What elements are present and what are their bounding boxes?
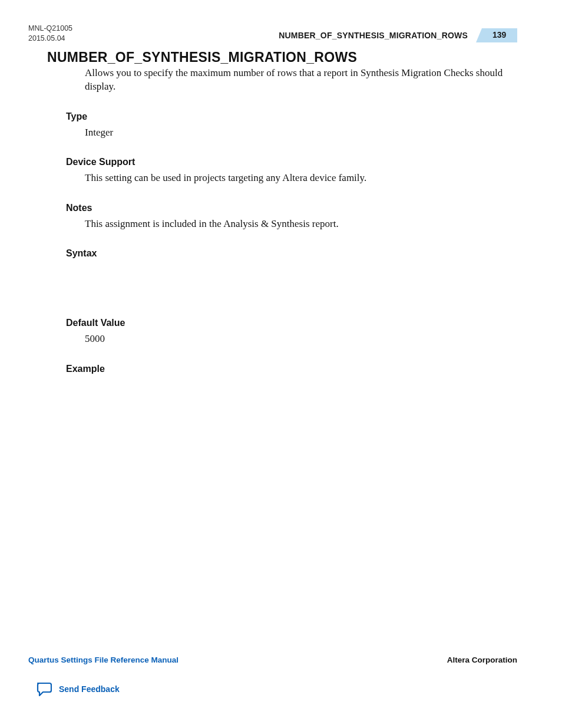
type-heading: Type [66, 111, 517, 122]
default-value-body: 5000 [85, 332, 517, 345]
device-support-body: This setting can be used in projects tar… [85, 171, 517, 185]
doc-date: 2015.05.04 [28, 34, 72, 44]
send-feedback-link[interactable]: Send Feedback [35, 682, 120, 696]
section-title: NUMBER_OF_SYNTHESIS_MIGRATION_ROWS [47, 50, 357, 65]
header-topic-title: NUMBER_OF_SYNTHESIS_MIGRATION_ROWS [279, 31, 468, 40]
send-feedback-label: Send Feedback [59, 684, 120, 694]
page-number: 139 [492, 30, 506, 39]
content-area: Allows you to specify the maximum number… [66, 66, 517, 378]
default-value-heading: Default Value [66, 318, 517, 328]
notes-body: This assignment is included in the Analy… [85, 217, 517, 230]
device-support-heading: Device Support [66, 157, 517, 167]
page-number-badge: 139 [476, 28, 517, 42]
header-right: NUMBER_OF_SYNTHESIS_MIGRATION_ROWS 139 [279, 28, 517, 42]
footer-manual-link[interactable]: Quartus Settings File Reference Manual [28, 655, 178, 664]
footer-company: Altera Corporation [447, 655, 517, 664]
intro-paragraph: Allows you to specify the maximum number… [85, 66, 517, 94]
doc-id: MNL-Q21005 [28, 24, 72, 34]
doc-id-block: MNL-Q21005 2015.05.04 [28, 24, 72, 44]
type-body: Integer [85, 126, 517, 139]
syntax-heading: Syntax [66, 248, 517, 259]
speech-bubble-icon [35, 682, 52, 696]
page: MNL-Q21005 2015.05.04 NUMBER_OF_SYNTHESI… [0, 0, 562, 728]
example-heading: Example [66, 364, 517, 374]
notes-heading: Notes [66, 203, 517, 213]
